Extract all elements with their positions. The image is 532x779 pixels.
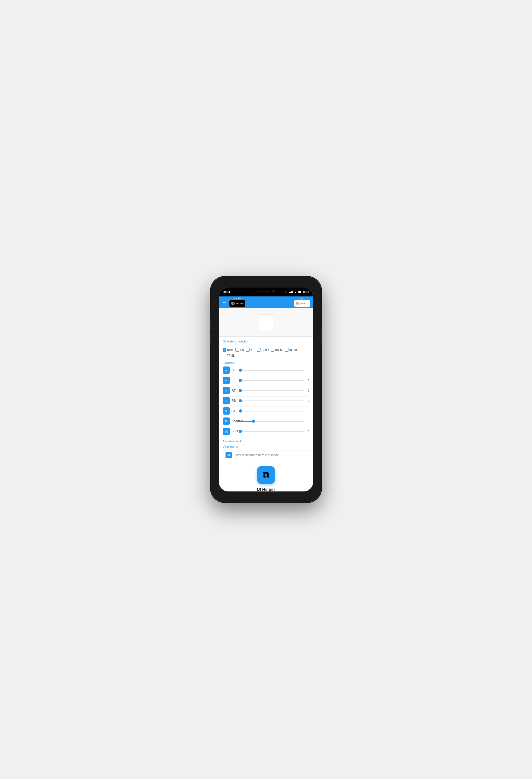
- shadow-slider[interactable]: [239, 421, 304, 422]
- checkbox-tb[interactable]: [236, 348, 239, 352]
- lb-slider[interactable]: [239, 370, 304, 371]
- divider-1: [223, 376, 309, 376]
- rb-slider[interactable]: [239, 401, 304, 401]
- app-info-section: UI Helper Hell User, Make good UI by fol…: [219, 486, 313, 491]
- divider-2: [223, 386, 309, 386]
- shadow-value: 5: [305, 420, 309, 423]
- stroke-slider[interactable]: [239, 431, 304, 432]
- status-bar: 20:34 LTE ▲ 60%: [219, 288, 313, 296]
- preview-box: [258, 314, 274, 330]
- back-button[interactable]: ←: [222, 299, 227, 305]
- lt-arrow-icon: ↖: [225, 378, 228, 382]
- battery-icon: [298, 291, 303, 293]
- lt-slider[interactable]: [239, 380, 304, 381]
- stroke-value: 0: [305, 430, 309, 433]
- control-lb: ↙ LB 0: [223, 366, 309, 374]
- view-name-section: View name ⊞: [219, 444, 313, 462]
- grad-option-bt[interactable]: B-T: [246, 348, 255, 352]
- stroke-slider-thumb[interactable]: [239, 430, 242, 433]
- checkbox-tlbr[interactable]: [257, 348, 261, 352]
- controls-section: Controls ↙ LB 0 ↖: [219, 359, 313, 439]
- all-slider-thumb[interactable]: [239, 409, 242, 413]
- signal-bar-2: [290, 292, 291, 293]
- speaker-grille: [257, 291, 270, 292]
- checkbox-bt[interactable]: [246, 348, 250, 352]
- all-icon-button[interactable]: ⊞: [223, 407, 230, 415]
- lt-icon-button[interactable]: ↖: [223, 377, 230, 384]
- stroke-label: Stroke: [231, 429, 237, 433]
- grad-label-none: None: [227, 349, 234, 351]
- battery-pct: 60%: [304, 291, 309, 294]
- rt-value: 0: [305, 389, 309, 392]
- lb-icon-button[interactable]: ↙: [223, 366, 230, 374]
- battery-fill: [298, 291, 301, 293]
- shadow-slider-thumb[interactable]: [252, 420, 255, 423]
- phone-screen: 20:34 LTE ▲ 60%: [219, 288, 313, 491]
- app-content[interactable]: ← Stroke 🎨 000000 Color1 🎨 ###: [219, 296, 313, 491]
- checkbox-bltr[interactable]: [285, 348, 288, 352]
- lt-slider-thumb[interactable]: [239, 379, 242, 382]
- color1-button[interactable]: 🎨 ###: [294, 300, 310, 307]
- shadow-gear-icon: ⚙: [225, 419, 228, 423]
- rb-icon-button[interactable]: ↘: [223, 397, 230, 404]
- stroke-circle-icon: ◎: [225, 429, 228, 433]
- preview-area: [219, 308, 313, 337]
- volume-down-button[interactable]: [210, 333, 211, 344]
- grad-label-trbl: TR-BL: [227, 354, 235, 357]
- check-icon: ✓: [223, 349, 225, 351]
- divider-3: [223, 396, 309, 397]
- grad-label-tb: T-B: [240, 349, 244, 351]
- rt-slider-thumb[interactable]: [239, 389, 242, 392]
- grad-option-none[interactable]: ✓ None: [223, 348, 234, 352]
- checkbox-none[interactable]: ✓: [223, 348, 226, 352]
- lb-slider-thumb[interactable]: [239, 369, 242, 372]
- checkbox-trbl[interactable]: [223, 354, 226, 357]
- grad-label-brtl: BR-TL: [275, 349, 283, 351]
- shadow-icon-button[interactable]: ⚙: [223, 417, 230, 425]
- stroke-color-button[interactable]: 🎨 000000: [229, 300, 245, 307]
- grad-option-trbl[interactable]: TR-BL: [223, 354, 235, 357]
- status-indicators: LTE ▲ 60%: [283, 291, 309, 294]
- power-button[interactable]: [321, 329, 322, 345]
- rt-slider[interactable]: [239, 390, 304, 391]
- shadow-label: Shadow: [231, 419, 237, 423]
- control-shadow: ⚙ Shadow 5: [223, 417, 309, 425]
- signal-bars: [289, 291, 293, 293]
- lb-arrow-icon: ↙: [225, 368, 228, 372]
- stroke-section: Stroke 🎨 000000: [229, 297, 245, 307]
- controls-title: Controls: [223, 361, 309, 365]
- gradient-section: Gradient direction: [219, 337, 313, 347]
- volume-up-button[interactable]: [210, 319, 211, 329]
- rb-arrow-icon: ↘: [225, 399, 228, 403]
- advertisement-label: Advertisement: [219, 439, 313, 444]
- app-title: UI Helper: [219, 486, 313, 491]
- palette-icon: 🎨: [231, 301, 235, 306]
- grad-option-tb[interactable]: T-B: [236, 348, 244, 352]
- app-logo-area: ⧉: [219, 462, 313, 486]
- rb-slider-thumb[interactable]: [239, 399, 242, 402]
- all-slider[interactable]: [239, 411, 304, 412]
- grad-option-brtl[interactable]: BR-TL: [271, 348, 283, 352]
- network-indicator: LTE: [283, 291, 288, 294]
- app-logo: ⧉: [257, 466, 275, 484]
- view-name-input-row: ⊞: [223, 450, 309, 460]
- logo-icon: ⧉: [263, 470, 269, 480]
- grad-option-tlbr[interactable]: TL-BR: [257, 348, 269, 352]
- color1-label: Color1: [298, 297, 306, 300]
- control-stroke: ◎ Stroke 0: [223, 428, 309, 435]
- checkbox-brtl[interactable]: [271, 348, 274, 352]
- rt-arrow-icon: ↗: [225, 389, 228, 393]
- color1-palette-icon: 🎨: [295, 301, 300, 306]
- control-all: ⊞ All 0: [223, 407, 309, 415]
- all-value: 0: [305, 409, 309, 413]
- grad-option-bltr[interactable]: BL-TR: [285, 348, 297, 352]
- stroke-icon-button[interactable]: ◎: [223, 428, 230, 435]
- toolbar: ← Stroke 🎨 000000 Color1 🎨 ###: [219, 296, 313, 308]
- rt-icon-button[interactable]: ↗: [223, 387, 230, 394]
- notch: [248, 288, 284, 295]
- grad-label-bt: B-T: [250, 349, 255, 351]
- rb-label: RB: [231, 399, 237, 403]
- view-name-field[interactable]: [234, 453, 307, 457]
- color1-value: ###: [301, 302, 305, 305]
- signal-bar-4: [292, 291, 293, 293]
